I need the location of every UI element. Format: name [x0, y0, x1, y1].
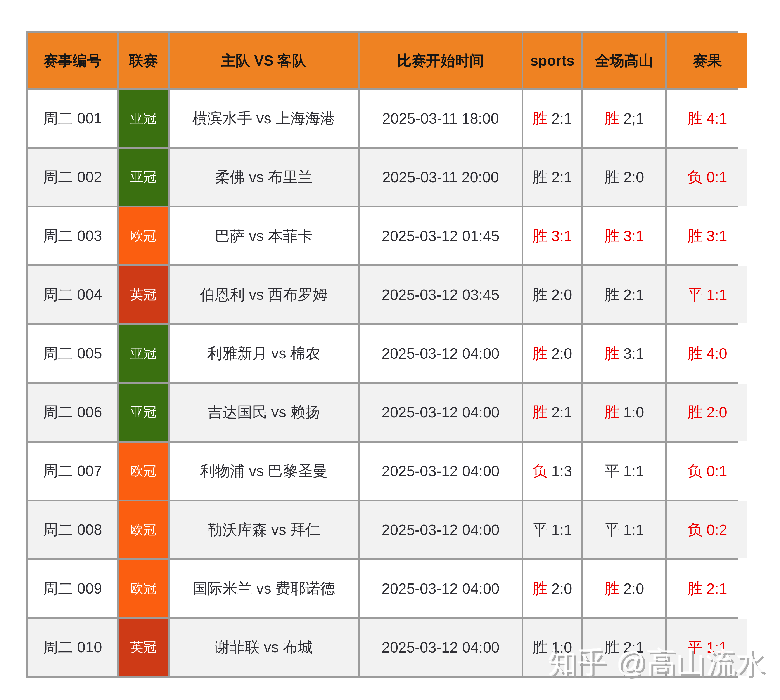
outcome-label: 胜: [532, 108, 547, 128]
league-badge: 欧冠: [119, 560, 168, 617]
match-id-cell: 周二 008: [28, 501, 117, 558]
outcome-label: 胜: [604, 578, 619, 599]
fullcourt-pick-cell: 胜1:0: [583, 384, 665, 441]
match-id-cell: 周二 010: [28, 619, 117, 676]
score-value: 3:1: [551, 227, 572, 245]
start-time-cell: 2025-03-12 03:45: [359, 266, 521, 323]
fullcourt-pick-cell: 胜2;1: [583, 90, 665, 147]
outcome-label: 平: [604, 520, 619, 540]
outcome-label: 胜: [532, 285, 547, 305]
score-value: 1:1: [623, 521, 644, 538]
outcome-label: 胜: [604, 108, 619, 128]
score-value: 1:1: [623, 462, 644, 480]
fullcourt-pick-cell: 胜2:0: [583, 560, 665, 617]
result-cell: 胜2:1: [667, 560, 747, 617]
match-teams-cell: 伯恩利 vs 西布罗姆: [170, 266, 358, 323]
start-time-cell: 2025-03-12 04:00: [359, 325, 521, 382]
outcome-label: 胜: [532, 167, 547, 187]
outcome-label: 胜: [532, 637, 547, 658]
sports-pick-cell: 胜3:1: [523, 207, 581, 265]
col-header-match-id: 赛事编号: [28, 33, 117, 88]
score-value: 2:0: [551, 345, 572, 362]
outcome-label: 胜: [604, 285, 619, 305]
result-cell: 胜3:1: [667, 207, 747, 265]
sports-pick-cell: 胜2:0: [523, 266, 581, 323]
match-id-cell: 周二 003: [28, 207, 117, 265]
score-value: 2:1: [707, 580, 727, 597]
start-time-cell: 2025-03-11 20:00: [359, 149, 521, 206]
outcome-label: 平: [604, 461, 619, 481]
league-badge: 欧冠: [119, 501, 168, 558]
start-time-cell: 2025-03-12 04:00: [359, 384, 521, 441]
sports-pick-cell: 胜2:1: [523, 149, 581, 206]
outcome-label: 负: [688, 167, 702, 187]
score-value: 3:1: [707, 227, 727, 245]
outcome-label: 胜: [532, 578, 547, 599]
outcome-label: 胜: [688, 108, 702, 128]
league-badge: 亚冠: [119, 384, 168, 441]
league-badge: 亚冠: [119, 325, 168, 382]
sports-pick-cell: 平1:1: [523, 501, 581, 558]
start-time-cell: 2025-03-12 04:00: [359, 501, 521, 558]
fullcourt-pick-cell: 胜3:1: [583, 207, 665, 265]
outcome-label: 胜: [688, 578, 702, 599]
result-cell: 负0:2: [667, 501, 747, 558]
match-teams-cell: 勒沃库森 vs 拜仁: [170, 501, 358, 558]
sports-pick-cell: 胜2:0: [523, 325, 581, 382]
score-value: 3:1: [623, 227, 644, 245]
score-value: 2:0: [623, 168, 644, 186]
sports-pick-cell: 负1:3: [523, 443, 581, 500]
outcome-label: 平: [532, 520, 547, 540]
match-teams-cell: 国际米兰 vs 费耶诺德: [170, 560, 358, 617]
score-value: 2:1: [551, 168, 572, 186]
league-badge: 英冠: [119, 266, 168, 323]
start-time-cell: 2025-03-12 04:00: [359, 443, 521, 500]
outcome-label: 胜: [532, 343, 547, 364]
result-cell: 胜4:0: [667, 325, 747, 382]
match-teams-cell: 吉达国民 vs 赖扬: [170, 384, 358, 441]
outcome-label: 平: [688, 285, 702, 305]
watermark: 知乎 @高山流水: [548, 643, 766, 682]
fullcourt-pick-cell: 胜2:0: [583, 149, 665, 206]
outcome-label: 胜: [532, 402, 547, 422]
start-time-cell: 2025-03-11 18:00: [359, 90, 521, 147]
outcome-label: 胜: [604, 343, 619, 364]
match-teams-cell: 柔佛 vs 布里兰: [170, 149, 358, 206]
outcome-label: 胜: [604, 167, 619, 187]
col-header-result: 赛果: [667, 33, 747, 88]
sports-pick-cell: 胜2:1: [523, 90, 581, 147]
result-cell: 负0:1: [667, 149, 747, 206]
score-value: 4:1: [707, 110, 727, 127]
sports-pick-cell: 胜2:1: [523, 384, 581, 441]
result-cell: 平1:1: [667, 266, 747, 323]
col-header-league: 联赛: [119, 33, 168, 88]
fullcourt-pick-cell: 胜3:1: [583, 325, 665, 382]
match-id-cell: 周二 007: [28, 443, 117, 500]
start-time-cell: 2025-03-12 04:00: [359, 560, 521, 617]
score-value: 1:3: [551, 462, 572, 480]
score-value: 2:0: [707, 404, 727, 421]
score-value: 2:1: [551, 404, 572, 421]
score-value: 4:0: [707, 345, 727, 362]
league-badge: 英冠: [119, 619, 168, 676]
match-id-cell: 周二 001: [28, 90, 117, 147]
col-header-teams: 主队 VS 客队: [170, 33, 358, 88]
outcome-label: 负: [688, 461, 702, 481]
outcome-label: 胜: [688, 343, 702, 364]
score-value: 2:0: [623, 580, 644, 597]
score-value: 2:1: [623, 286, 644, 303]
score-value: 2;1: [623, 110, 644, 127]
result-cell: 负0:1: [667, 443, 747, 500]
match-results-table: 赛事编号 联赛 主队 VS 客队 比赛开始时间 sports 全场高山 赛果 周…: [27, 31, 738, 678]
match-id-cell: 周二 006: [28, 384, 117, 441]
league-badge: 欧冠: [119, 443, 168, 500]
score-value: 1:0: [623, 404, 644, 421]
outcome-label: 胜: [688, 402, 702, 422]
start-time-cell: 2025-03-12 01:45: [359, 207, 521, 265]
outcome-label: 负: [688, 520, 702, 540]
outcome-label: 负: [532, 461, 547, 481]
match-id-cell: 周二 005: [28, 325, 117, 382]
league-badge: 欧冠: [119, 207, 168, 265]
score-value: 2:0: [551, 580, 572, 597]
match-id-cell: 周二 004: [28, 266, 117, 323]
